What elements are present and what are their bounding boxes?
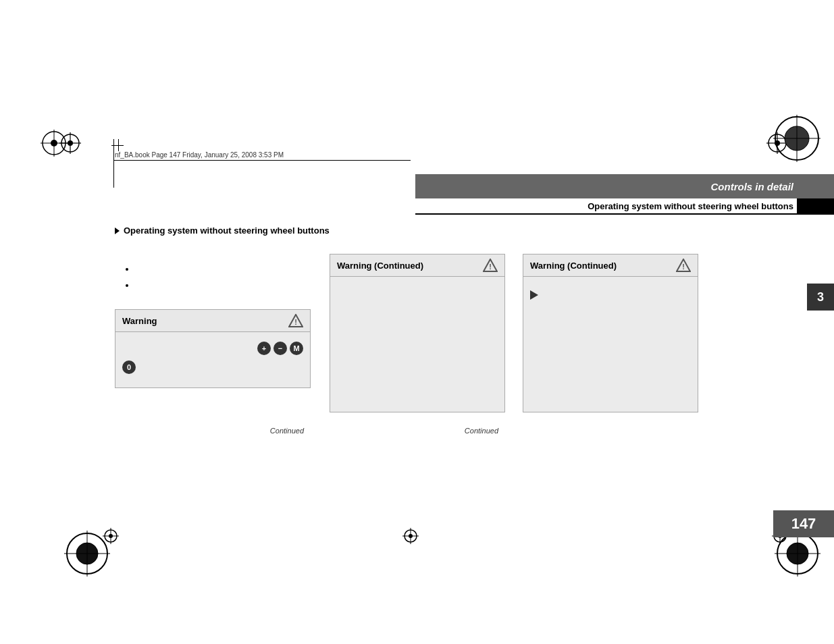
numbered-item-row: 0	[122, 360, 303, 374]
subtitle-text: Operating system without steering wheel …	[588, 201, 793, 211]
header-title: Controls in detail	[710, 181, 793, 192]
plus-btn: +	[257, 342, 271, 355]
header-bar: Controls in detail	[415, 174, 834, 198]
warning-right-body	[523, 277, 698, 412]
controls-row: + − M	[122, 342, 303, 355]
subtitle-bar: Operating system without steering wheel …	[415, 198, 834, 215]
warning-box-mid: Warning (Continued) !	[330, 254, 505, 412]
section-heading: Operating system without steering wheel …	[115, 225, 330, 236]
continued-left: Continued	[115, 424, 311, 436]
reg-mark-bottom-center	[402, 528, 419, 544]
top-horizontal-line	[113, 160, 411, 161]
svg-text:!: !	[489, 263, 492, 271]
svg-text:!: !	[294, 318, 297, 326]
play-arrow-icon	[530, 290, 538, 300]
page-number-tab: 147	[773, 510, 834, 537]
warning-right-header: Warning (Continued) !	[523, 254, 698, 277]
black-accent	[797, 198, 834, 215]
m-btn: M	[290, 342, 303, 355]
reg-mark-bottom-right-large	[775, 531, 820, 576]
warning-left-header: Warning !	[115, 310, 310, 332]
minus-btn: −	[273, 342, 287, 355]
warning-left-body: + − M 0	[115, 332, 310, 387]
warning-box-left: Warning ! + − M 0	[115, 309, 311, 388]
continued-mid: Continued	[330, 424, 505, 436]
svg-point-33	[409, 534, 413, 538]
svg-point-3	[68, 140, 73, 146]
warning-mid-triangle-icon: !	[483, 259, 498, 272]
file-info: nf_BA.book Page 147 Friday, January 25, …	[115, 151, 284, 159]
svg-point-7	[51, 140, 57, 146]
svg-point-29	[109, 534, 113, 538]
triangle-bullet	[115, 227, 120, 234]
warning-right-triangle-icon: !	[676, 259, 691, 272]
warning-mid-body	[330, 277, 504, 412]
warning-right-title: Warning (Continued)	[530, 261, 617, 271]
reg-mark-bottom-left-small	[103, 528, 119, 544]
top-vertical-line	[113, 139, 114, 188]
chapter-tab: 3	[807, 284, 834, 311]
warning-box-right: Warning (Continued) !	[523, 254, 698, 412]
warning-mid-title: Warning (Continued)	[337, 261, 423, 271]
warning-left-triangle-icon: !	[288, 314, 303, 327]
svg-text:!: !	[682, 263, 685, 271]
section-heading-text: Operating system without steering wheel …	[124, 225, 330, 236]
warning-left-title: Warning	[122, 316, 157, 326]
warning-mid-header: Warning (Continued) !	[330, 254, 504, 277]
number-circle-0: 0	[122, 360, 136, 374]
large-circle-top-right	[773, 115, 820, 162]
reg-mark-top-left-outer	[41, 130, 68, 157]
